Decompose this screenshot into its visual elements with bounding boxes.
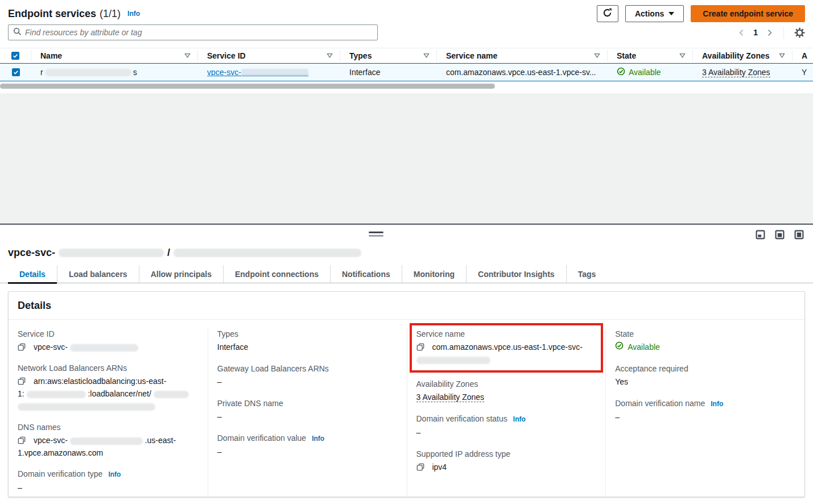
toolbar: 1: [8, 24, 805, 40]
row-select-cell: [0, 68, 31, 76]
search-box[interactable]: [8, 24, 378, 40]
info-link[interactable]: Info: [108, 469, 121, 480]
redacted-text: [70, 344, 138, 352]
sort-icon[interactable]: [322, 52, 333, 59]
copy-icon[interactable]: [416, 343, 424, 351]
field-domain-verification-type: Domain verification type Info –: [18, 468, 199, 494]
header-buttons: Actions Create endpoint service: [597, 5, 805, 22]
red-highlight-box: Service name com.amazonaws.vpce.us-east-…: [410, 323, 604, 373]
info-link[interactable]: Info: [513, 414, 526, 425]
field-domain-verification-name: Domain verification name Info –: [615, 398, 795, 423]
panel-size-small-icon[interactable]: [756, 230, 765, 239]
details-column-3: Service name com.amazonaws.vpce.us-east-…: [407, 328, 606, 497]
panel-size-medium-icon[interactable]: [775, 230, 785, 239]
column-header-types[interactable]: Types: [340, 50, 437, 61]
split-panel-title: vpce-svc- /: [8, 245, 361, 260]
column-header-service-name[interactable]: Service name: [437, 50, 608, 61]
field-dns-names: DNS names vpce-svc- .us-east- 1.vpce.ama…: [18, 422, 199, 459]
field-state: State Available: [615, 328, 795, 353]
check-circle-icon: [615, 341, 624, 353]
field-domain-verification-value: Domain verification value Info –: [217, 432, 398, 458]
select-all-checkbox[interactable]: [11, 52, 19, 60]
field-glb-arns: Gateway Load Balancers ARNs –: [217, 363, 398, 388]
field-service-name: Service name com.amazonaws.vpce.us-east-…: [416, 328, 597, 366]
previous-page-button[interactable]: [738, 29, 745, 36]
tab-bar: Details Load balancers Allow principals …: [0, 265, 813, 283]
column-header-service-id[interactable]: Service ID: [198, 50, 340, 61]
scrollbar-thumb[interactable]: [0, 84, 495, 89]
sort-icon[interactable]: [180, 52, 191, 59]
cell-acceptance: Y: [793, 68, 813, 77]
page-title: Endpoint services: [8, 8, 96, 20]
details-column-4: State Available Acceptance required Yes …: [605, 328, 804, 497]
info-link[interactable]: Info: [312, 433, 324, 444]
copy-icon[interactable]: [18, 343, 26, 351]
search-input[interactable]: [25, 28, 373, 37]
column-header-acceptance[interactable]: A: [793, 50, 813, 61]
tab-load-balancers[interactable]: Load balancers: [57, 265, 139, 283]
redacted-text: [154, 391, 189, 398]
split-panel-controls: [756, 230, 804, 239]
current-page[interactable]: 1: [753, 28, 758, 37]
tab-endpoint-connections[interactable]: Endpoint connections: [223, 265, 330, 283]
search-icon: [13, 27, 22, 38]
service-id-link[interactable]: vpce-svc-: [207, 68, 241, 77]
column-header-state[interactable]: State: [608, 50, 693, 61]
create-endpoint-service-button[interactable]: Create endpoint service: [691, 5, 805, 22]
redacted-text: [174, 249, 361, 257]
split-panel-border: [0, 224, 813, 225]
refresh-button[interactable]: [597, 5, 618, 22]
cell-types: Interface: [340, 68, 437, 77]
panel-size-large-icon[interactable]: [794, 230, 804, 239]
info-link[interactable]: Info: [711, 398, 723, 410]
cell-state: Available: [608, 67, 693, 77]
row-checkbox[interactable]: [12, 68, 20, 76]
tab-details[interactable]: Details: [8, 265, 57, 283]
field-nlb-arns: Network Load Balancers ARNs arn:aws:elas…: [18, 362, 199, 412]
redacted-text: [27, 391, 86, 398]
sort-icon[interactable]: [675, 52, 686, 59]
pagination: 1: [738, 26, 805, 39]
availability-zones-popover-link[interactable]: 3 Availability Zones: [702, 68, 770, 77]
sort-icon[interactable]: [774, 52, 785, 59]
tab-tags[interactable]: Tags: [566, 265, 608, 283]
sort-icon[interactable]: [589, 52, 600, 59]
select-all-cell: [0, 50, 31, 61]
details-column-2: Types Interface Gateway Load Balancers A…: [208, 328, 407, 497]
refresh-icon: [602, 8, 612, 19]
column-header-availability-zones[interactable]: Availability Zones: [693, 50, 793, 61]
actions-button[interactable]: Actions: [625, 5, 684, 22]
details-column-1: Service ID vpce-svc- Network Load Balanc…: [9, 328, 208, 497]
preferences-gear-button[interactable]: [794, 27, 805, 38]
cell-availability-zones: 3 Availability Zones: [693, 68, 793, 77]
page-header: Endpoint services (1/1) Info Actions Cre…: [8, 5, 805, 23]
next-page-button[interactable]: [766, 29, 773, 36]
field-availability-zones: Availability Zones 3 Availability Zones: [416, 378, 597, 403]
info-link[interactable]: Info: [127, 10, 140, 18]
redacted-text[interactable]: [241, 69, 308, 76]
field-service-id: Service ID vpce-svc-: [18, 328, 199, 353]
copy-icon[interactable]: [18, 436, 26, 444]
table-header: Name Service ID Types Service name State…: [0, 48, 813, 63]
tab-notifications[interactable]: Notifications: [330, 265, 402, 283]
field-private-dns-name: Private DNS name –: [217, 398, 398, 423]
field-domain-verification-status: Domain verification status Info –: [416, 413, 597, 439]
tab-contributor-insights[interactable]: Contributor Insights: [466, 265, 566, 283]
details-grid: Service ID vpce-svc- Network Load Balanc…: [9, 320, 804, 497]
copy-icon[interactable]: [416, 463, 424, 471]
column-header-name[interactable]: Name: [31, 50, 198, 61]
details-card-heading: Details: [9, 292, 804, 320]
check-circle-icon: [617, 67, 625, 77]
details-card: Details Service ID vpce-svc- Network Loa…: [8, 291, 805, 497]
availability-zones-popover-link[interactable]: 3 Availability Zones: [416, 393, 485, 402]
tab-monitoring[interactable]: Monitoring: [402, 265, 466, 283]
table-row[interactable]: r s vpce-svc- Interface com.amazonaws.vp…: [0, 63, 813, 81]
caret-down-icon: [668, 12, 674, 15]
cell-service-name: com.amazonaws.vpce.us-east-1.vpce-sv...: [437, 68, 608, 77]
tab-allow-principals[interactable]: Allow principals: [139, 265, 223, 283]
sort-icon[interactable]: [419, 52, 430, 59]
copy-icon[interactable]: [18, 377, 26, 385]
resource-count: (1/1): [100, 8, 121, 20]
redacted-text: [18, 403, 155, 411]
split-panel-drag-handle[interactable]: [369, 232, 383, 237]
